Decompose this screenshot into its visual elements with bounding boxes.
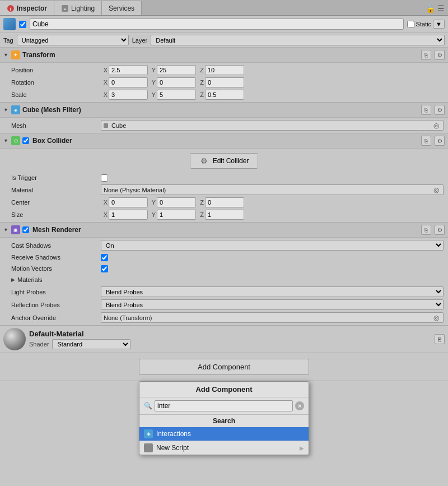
position-z[interactable] xyxy=(205,65,244,75)
material-sphere xyxy=(3,328,26,350)
materials-arrow-icon: ▶ xyxy=(11,277,15,283)
collider-material-target-btn[interactable]: ◎ xyxy=(432,186,441,195)
box-collider-settings-btn[interactable]: ⚙ xyxy=(435,136,445,146)
tag-layer-row: Tag Untagged Layer Default xyxy=(0,33,448,48)
position-y[interactable] xyxy=(157,65,196,75)
rotation-y[interactable] xyxy=(157,77,196,87)
transform-header[interactable]: ▼ ✦ Transform ⎘ ⚙ xyxy=(0,48,448,63)
mesh-filter-settings-btn[interactable]: ⚙ xyxy=(435,105,445,115)
reflection-probes-row: Reflection Probes Blend Probes xyxy=(0,298,448,311)
lighting-icon: ≡ xyxy=(61,4,69,12)
svg-text:≡: ≡ xyxy=(64,6,67,11)
is-trigger-label: Is Trigger xyxy=(11,174,101,181)
rotation-z[interactable] xyxy=(205,77,244,87)
reflection-probes-value: Blend Probes xyxy=(101,299,444,310)
add-component-btn[interactable]: Add Component xyxy=(139,359,309,375)
transform-body: Position X Y Z Rotation X Y Z xyxy=(0,63,448,102)
anchor-override-text: None (Transform) xyxy=(104,314,152,321)
box-collider-component: ▼ ⬡ Box Collider ⎘ ⚙ ⚙ Edit Collider Is … xyxy=(0,133,448,223)
mesh-filter-copy-btn[interactable]: ⎘ xyxy=(421,105,431,115)
tab-bar: i Inspector ≡ Lighting Services 🔒 ☰ xyxy=(0,0,448,16)
transform-copy-btn[interactable]: ⎘ xyxy=(421,50,431,60)
mesh-icon-dot xyxy=(104,123,108,128)
light-probes-value: Blend Probes xyxy=(101,286,444,297)
material-header[interactable]: Default-Material Shader Standard ⎘ xyxy=(0,326,448,353)
static-dropdown-btn[interactable]: ▼ xyxy=(433,20,445,29)
popup-search-input[interactable] xyxy=(155,400,293,411)
material-shader-select[interactable]: Standard xyxy=(52,339,130,349)
mesh-renderer-copy-btn[interactable]: ⎘ xyxy=(421,225,431,235)
box-collider-copy-btn[interactable]: ⎘ xyxy=(421,136,431,146)
anchor-override-value: None (Transform) ◎ xyxy=(101,312,444,323)
position-x[interactable] xyxy=(109,65,148,75)
transform-settings-btn[interactable]: ⚙ xyxy=(435,50,445,60)
mesh-target-btn[interactable]: ◎ xyxy=(432,121,441,130)
lock-icon[interactable]: 🔒 xyxy=(426,4,435,13)
center-row: Center X Y Z xyxy=(0,196,448,209)
layer-select[interactable]: Default xyxy=(151,35,445,45)
menu-icon[interactable]: ☰ xyxy=(437,4,445,13)
light-probes-select[interactable]: Blend Probes xyxy=(101,286,444,297)
tag-select[interactable]: Untagged xyxy=(17,35,129,45)
box-collider-checkbox[interactable] xyxy=(22,137,29,144)
popup-title: Add Component xyxy=(139,382,309,397)
object-active-checkbox[interactable] xyxy=(19,21,26,28)
tab-services[interactable]: Services xyxy=(102,1,142,15)
cast-shadows-row: Cast Shadows On xyxy=(0,239,448,252)
scale-z[interactable] xyxy=(205,90,244,100)
cast-shadows-select[interactable]: On xyxy=(101,240,444,251)
center-label: Center xyxy=(11,199,101,206)
tab-inspector-label: Inspector xyxy=(17,4,47,12)
is-trigger-row: Is Trigger xyxy=(0,172,448,183)
anchor-override-field: None (Transform) ◎ xyxy=(101,312,444,323)
reflection-probes-select[interactable]: Blend Probes xyxy=(101,299,444,310)
box-collider-header[interactable]: ▼ ⬡ Box Collider ⎘ ⚙ xyxy=(0,133,448,149)
collider-material-field: None (Physic Material) ◎ xyxy=(101,184,444,195)
position-xyz: X Y Z xyxy=(101,65,444,75)
mesh-renderer-checkbox[interactable] xyxy=(22,226,29,233)
receive-shadows-checkbox[interactable] xyxy=(101,254,108,261)
material-copy-btn[interactable]: ⎘ xyxy=(435,334,445,344)
motion-vectors-label: Motion Vectors xyxy=(11,265,101,272)
reflection-probes-label: Reflection Probes xyxy=(11,302,101,308)
new-script-icon xyxy=(144,443,153,452)
tab-inspector[interactable]: i Inspector xyxy=(0,1,54,15)
materials-row[interactable]: ▶ Materials xyxy=(0,274,448,285)
position-row: Position X Y Z xyxy=(0,64,448,76)
is-trigger-checkbox[interactable] xyxy=(101,174,108,182)
size-x[interactable] xyxy=(109,210,148,220)
motion-vectors-checkbox[interactable] xyxy=(101,265,108,272)
tag-label: Tag xyxy=(3,37,13,44)
size-z[interactable] xyxy=(205,210,244,220)
materials-label: Materials xyxy=(17,276,43,283)
popup-clear-btn[interactable]: ✕ xyxy=(295,401,304,410)
popup-item-new-script[interactable]: New Script ▶ xyxy=(139,441,309,455)
tab-lighting[interactable]: ≡ Lighting xyxy=(54,1,102,15)
receive-shadows-row: Receive Shadows xyxy=(0,252,448,263)
new-script-arrow-icon: ▶ xyxy=(300,445,304,451)
mesh-renderer-settings-btn[interactable]: ⚙ xyxy=(435,225,445,235)
scale-row: Scale X Y Z xyxy=(0,89,448,101)
popup-search-row: 🔍 ✕ xyxy=(139,397,309,415)
anchor-override-target-btn[interactable]: ◎ xyxy=(432,313,441,322)
scale-y[interactable] xyxy=(157,90,196,100)
center-y[interactable] xyxy=(157,197,196,207)
collider-material-value: None (Physic Material) ◎ xyxy=(101,184,444,195)
rotation-x[interactable] xyxy=(109,77,148,87)
mesh-renderer-header[interactable]: ▼ ▣ Mesh Renderer ⎘ ⚙ xyxy=(0,223,448,238)
mesh-filter-header[interactable]: ▼ ◈ Cube (Mesh Filter) ⎘ ⚙ xyxy=(0,103,448,118)
edit-collider-icon: ⚙ xyxy=(199,156,209,166)
scale-x[interactable] xyxy=(109,90,148,100)
tab-actions: 🔒 ☰ xyxy=(422,1,448,15)
mesh-value-group: Cube ◎ xyxy=(101,120,444,131)
popup-item-interactions[interactable]: ◈ Interactions xyxy=(139,427,309,441)
object-name-input[interactable] xyxy=(30,18,404,30)
size-y[interactable] xyxy=(157,210,196,220)
popup-search-icon: 🔍 xyxy=(144,402,152,410)
static-checkbox[interactable] xyxy=(407,21,414,28)
scale-xyz: X Y Z xyxy=(101,90,444,100)
center-z[interactable] xyxy=(205,197,244,207)
anchor-override-row: Anchor Override None (Transform) ◎ xyxy=(0,311,448,324)
edit-collider-btn[interactable]: ⚙ Edit Collider xyxy=(190,153,259,169)
center-x[interactable] xyxy=(109,197,148,207)
